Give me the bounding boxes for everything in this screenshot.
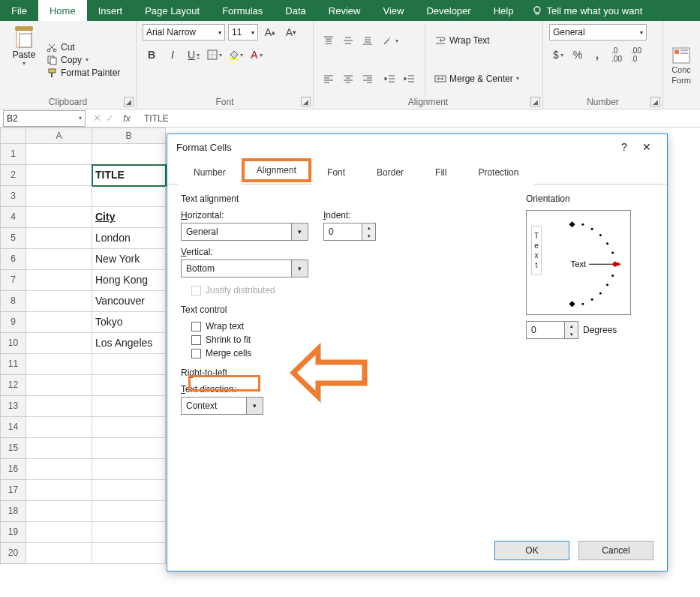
- cell[interactable]: [26, 270, 92, 291]
- bold-button[interactable]: B: [143, 46, 161, 63]
- cell[interactable]: TITLE: [92, 165, 166, 186]
- cell[interactable]: City: [92, 207, 166, 228]
- cell[interactable]: Vancouver: [92, 291, 166, 312]
- cell[interactable]: [26, 522, 92, 543]
- cell[interactable]: [26, 480, 92, 501]
- row-header[interactable]: 6: [0, 249, 26, 270]
- cell[interactable]: [92, 375, 166, 396]
- tab-review[interactable]: Review: [317, 0, 372, 21]
- row-header[interactable]: 1: [0, 144, 26, 165]
- cell[interactable]: [26, 354, 92, 375]
- comma-button[interactable]: ,: [588, 46, 606, 63]
- row-header[interactable]: 4: [0, 207, 26, 228]
- formula-input[interactable]: TITLE: [140, 113, 700, 124]
- cell[interactable]: [26, 459, 92, 480]
- row-header[interactable]: 2: [0, 165, 26, 186]
- cell[interactable]: [92, 417, 166, 438]
- row-header[interactable]: 20: [0, 543, 26, 564]
- cell[interactable]: [26, 249, 92, 270]
- dlg-tab-number[interactable]: Number: [178, 160, 242, 184]
- clipboard-launcher[interactable]: ◢: [124, 97, 134, 106]
- dlg-tab-fill[interactable]: Fill: [419, 160, 462, 184]
- row-header[interactable]: 11: [0, 354, 26, 375]
- align-left-button[interactable]: [320, 70, 338, 87]
- text-direction-combo[interactable]: Context▾: [181, 397, 263, 415]
- cell[interactable]: [92, 543, 166, 564]
- cell[interactable]: [26, 417, 92, 438]
- merge-cells-check[interactable]: Merge cells: [191, 348, 511, 358]
- cancel-button[interactable]: Cancel: [578, 541, 653, 560]
- align-right-button[interactable]: [359, 70, 377, 87]
- cell[interactable]: London: [92, 228, 166, 249]
- cell[interactable]: [26, 501, 92, 522]
- accounting-format-button[interactable]: $: [549, 46, 567, 63]
- cell[interactable]: [92, 501, 166, 522]
- horizontal-combo[interactable]: General▾: [181, 223, 308, 241]
- tab-help[interactable]: Help: [482, 0, 525, 21]
- row-header[interactable]: 13: [0, 396, 26, 417]
- cell[interactable]: [26, 396, 92, 417]
- align-middle-button[interactable]: [339, 32, 357, 49]
- paste-label[interactable]: Paste: [13, 50, 36, 60]
- cell[interactable]: [26, 165, 92, 186]
- cut-button[interactable]: Cut: [47, 42, 120, 52]
- wrap-text-check[interactable]: Wrap text: [191, 321, 511, 332]
- tab-insert[interactable]: Insert: [87, 0, 134, 21]
- row-header[interactable]: 5: [0, 228, 26, 249]
- decrease-font-button[interactable]: A▾: [282, 24, 300, 40]
- row-header[interactable]: 18: [0, 501, 26, 522]
- tab-developer[interactable]: Developer: [415, 0, 482, 21]
- font-color-button[interactable]: A: [248, 46, 266, 63]
- cell[interactable]: [92, 480, 166, 501]
- percent-button[interactable]: %: [569, 46, 587, 63]
- tab-home[interactable]: Home: [38, 0, 87, 21]
- cell[interactable]: [92, 396, 166, 417]
- row-header[interactable]: 19: [0, 522, 26, 543]
- tab-page-layout[interactable]: Page Layout: [134, 0, 211, 21]
- cell[interactable]: [26, 333, 92, 354]
- cell[interactable]: [26, 312, 92, 333]
- col-header-b[interactable]: B: [92, 128, 166, 144]
- cell[interactable]: Hong Kong: [92, 270, 166, 291]
- cell[interactable]: [26, 375, 92, 396]
- copy-button[interactable]: Copy ▾: [47, 55, 120, 65]
- paste-dropdown[interactable]: ▾: [23, 60, 26, 67]
- increase-decimal-button[interactable]: .0.00: [608, 46, 626, 63]
- row-header[interactable]: 16: [0, 459, 26, 480]
- tell-me-search[interactable]: Tell me what you want: [524, 0, 650, 21]
- ok-button[interactable]: OK: [494, 541, 569, 560]
- dlg-tab-font[interactable]: Font: [311, 160, 361, 184]
- cell[interactable]: [26, 543, 92, 564]
- format-painter-button[interactable]: Format Painter: [47, 68, 120, 78]
- row-header[interactable]: 12: [0, 375, 26, 396]
- cell[interactable]: Tokyo: [92, 312, 166, 333]
- number-launcher[interactable]: ◢: [650, 97, 660, 106]
- underline-button[interactable]: U: [185, 46, 203, 63]
- alignment-launcher[interactable]: ◢: [530, 97, 540, 106]
- name-box[interactable]: B2▾: [3, 110, 86, 127]
- font-name-combo[interactable]: Arial Narrow▾: [143, 24, 225, 40]
- wrap-text-button[interactable]: Wrap Text: [431, 34, 522, 47]
- cell[interactable]: [92, 522, 166, 543]
- dialog-close-button[interactable]: ✕: [635, 141, 658, 153]
- row-header[interactable]: 10: [0, 333, 26, 354]
- select-all-corner[interactable]: [0, 128, 26, 144]
- degrees-spin[interactable]: 0▴▾: [526, 321, 578, 339]
- dialog-help-button[interactable]: ?: [613, 141, 635, 153]
- italic-button[interactable]: I: [164, 46, 182, 63]
- cell[interactable]: [26, 186, 92, 207]
- col-header-a[interactable]: A: [26, 128, 92, 144]
- cancel-edit-icon[interactable]: ✕: [93, 112, 101, 124]
- cell[interactable]: [92, 144, 166, 165]
- decrease-indent-button[interactable]: [381, 70, 399, 87]
- paste-icon[interactable]: [12, 24, 36, 50]
- row-header[interactable]: 14: [0, 417, 26, 438]
- confirm-edit-icon[interactable]: ✓: [106, 112, 114, 124]
- vertical-combo[interactable]: Bottom▾: [181, 260, 308, 278]
- shrink-to-fit-check[interactable]: Shrink to fit: [191, 334, 511, 345]
- cell[interactable]: [26, 144, 92, 165]
- conditional-formatting-icon[interactable]: [672, 47, 690, 64]
- row-header[interactable]: 15: [0, 438, 26, 459]
- tab-view[interactable]: View: [371, 0, 415, 21]
- font-size-combo[interactable]: 11▾: [228, 24, 258, 40]
